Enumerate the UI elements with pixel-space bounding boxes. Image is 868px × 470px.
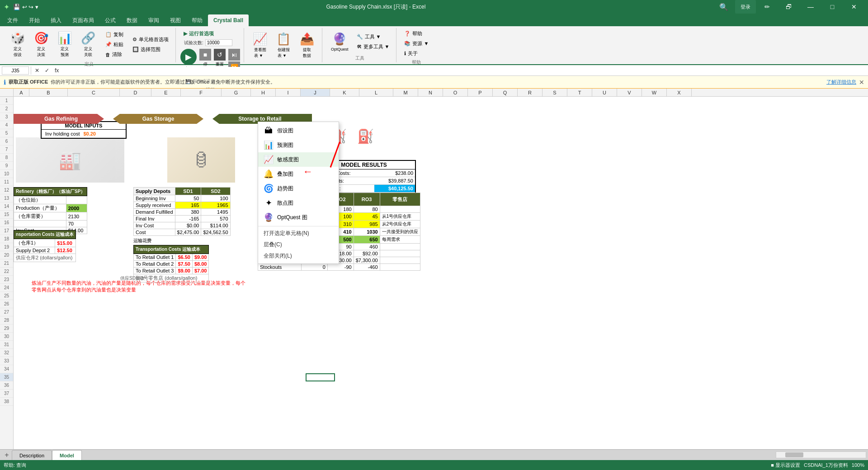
close-all-item[interactable]: 全部关闭(L) — [258, 250, 339, 262]
col-header-f[interactable]: F — [181, 89, 222, 96]
row-32[interactable]: 32 — [0, 349, 13, 357]
row-10[interactable]: 10 — [0, 170, 13, 178]
row-37[interactable]: 37 — [0, 390, 13, 398]
view-chart-btn[interactable]: 📈 查看图表 ▼ — [249, 30, 271, 61]
cascade-item[interactable]: 层叠(C) — [258, 239, 339, 250]
row-6[interactable]: 6 — [0, 137, 13, 146]
col-header-x[interactable]: X — [667, 89, 692, 96]
tab-review[interactable]: 审阅 — [143, 14, 165, 26]
cell-ref-input[interactable] — [2, 66, 29, 75]
tab-description[interactable]: Description — [12, 450, 52, 460]
col-header-i[interactable]: I — [276, 89, 301, 96]
tab-help[interactable]: 帮助 — [186, 14, 208, 26]
copy-btn[interactable]: 📋复制 — [102, 30, 127, 39]
row-21[interactable]: 21 — [0, 259, 13, 268]
hscroll-thumb[interactable] — [785, 452, 803, 457]
quick-access[interactable]: 💾 ↩ ↪ ▾ — [13, 4, 38, 10]
open-selected-cells-item[interactable]: 打开选定单元格(N) — [258, 228, 339, 239]
row-9[interactable]: 9 — [0, 162, 13, 170]
row-8[interactable]: 8 — [0, 154, 13, 162]
row-7[interactable]: 7 — [0, 146, 13, 154]
window-controls[interactable]: 🔍 登录 ✏ 🗗 — □ ✕ — [713, 0, 864, 14]
scatter-chart-item[interactable]: ✦ 散点图 — [258, 196, 339, 210]
row-33[interactable]: 33 — [0, 357, 13, 365]
row-2[interactable]: 2 — [0, 105, 13, 113]
col-header-c[interactable]: C — [68, 89, 120, 96]
col-header-l[interactable]: L — [359, 89, 393, 96]
cell-prefs-btn[interactable]: ⚙单元格首选项 — [129, 35, 172, 44]
col-header-j[interactable]: J — [301, 89, 330, 96]
col-header-s[interactable]: S — [542, 89, 567, 96]
maximize-icon[interactable]: □ — [822, 0, 843, 14]
col-header-g[interactable]: G — [222, 89, 251, 96]
tab-file[interactable]: 文件 — [2, 14, 24, 26]
grid-container[interactable]: Gas Refining Gas Storage Storage to Reta… — [14, 97, 868, 449]
col-header-o[interactable]: O — [443, 89, 468, 96]
row-31[interactable]: 31 — [0, 341, 13, 349]
row-27[interactable]: 27 — [0, 308, 13, 316]
cancel-formula-btn[interactable]: ✕ — [33, 67, 41, 74]
tab-home[interactable]: 开始 — [24, 14, 45, 26]
display-settings-btn[interactable]: ■ 显示器设置 — [771, 462, 800, 469]
search-icon[interactable]: 🔍 — [713, 0, 734, 14]
forecast-chart-item[interactable]: 📊 预测图 — [258, 138, 339, 152]
col-header-p[interactable]: P — [468, 89, 493, 96]
col-header-n[interactable]: N — [418, 89, 443, 96]
optquest-btn[interactable]: 🔮 OptQuest — [327, 30, 353, 54]
pen-icon[interactable]: ✏ — [757, 0, 778, 14]
reset-btn[interactable]: ↺ — [214, 49, 226, 61]
tab-data[interactable]: 数据 — [121, 14, 143, 26]
get-data-btn[interactable]: 📤 提取数据 — [296, 30, 318, 61]
row-23[interactable]: 23 — [0, 276, 13, 284]
trend-chart-item[interactable]: 🌀 趋势图 — [258, 181, 339, 196]
formula-input[interactable] — [62, 67, 866, 74]
row-14[interactable]: 14 — [0, 202, 13, 211]
selected-cell-j35[interactable] — [306, 373, 335, 381]
trial-count-input[interactable] — [205, 39, 232, 46]
row-11[interactable]: 11 — [0, 178, 13, 186]
col-header-m[interactable]: M — [393, 89, 418, 96]
define-forecast-btn[interactable]: 📊 定义预测 — [53, 29, 76, 60]
assumption-chart-item[interactable]: 🏔 假设图 — [258, 124, 339, 138]
hscrollbar[interactable] — [776, 451, 866, 458]
stop-btn[interactable]: ■ — [199, 49, 211, 61]
insert-fn-btn[interactable]: fx — [53, 67, 61, 74]
col-header-v[interactable]: V — [617, 89, 642, 96]
tab-layout[interactable]: 页面布局 — [67, 14, 99, 26]
tab-model[interactable]: Model — [52, 450, 82, 460]
overlay-chart-item[interactable]: 🔔 叠加图 — [258, 167, 339, 181]
row-4[interactable]: 4 — [0, 121, 13, 129]
row-16[interactable]: 16 — [0, 219, 13, 227]
run-options-btn[interactable]: ▶ 运行首选项 — [180, 29, 217, 38]
paste-btn[interactable]: 📌粘贴 — [102, 40, 127, 49]
account-btn[interactable]: 登录 — [735, 0, 756, 14]
add-sheet-btn[interactable]: + — [2, 450, 12, 460]
sensitivity-chart-item[interactable]: 📈 敏感度图 — [258, 152, 339, 167]
row-29[interactable]: 29 — [0, 324, 13, 333]
start-run-btn[interactable]: ▶ — [180, 49, 197, 65]
col-header-t[interactable]: T — [567, 89, 592, 96]
info-close-btn[interactable]: ✕ — [859, 79, 864, 86]
row-22[interactable]: 22 — [0, 268, 13, 276]
tab-insert[interactable]: 插入 — [45, 14, 67, 26]
about-btn[interactable]: ℹ关于 — [401, 49, 432, 58]
select-range-btn[interactable]: 🔲选择范围 — [129, 45, 172, 54]
col-header-r[interactable]: R — [518, 89, 542, 96]
close-icon[interactable]: ✕ — [844, 0, 864, 14]
create-report-btn[interactable]: 📋 创建报表 ▼ — [272, 30, 295, 61]
row-19[interactable]: 19 — [0, 243, 13, 251]
row-5[interactable]: 5 — [0, 129, 13, 137]
tab-formula[interactable]: 公式 — [99, 14, 121, 26]
tab-view[interactable]: 视图 — [165, 14, 186, 26]
row-15[interactable]: 15 — [0, 211, 13, 219]
define-decision-btn[interactable]: 🎯 定义决策 — [30, 29, 52, 60]
restore-icon[interactable]: 🗗 — [778, 0, 799, 14]
col-header-u[interactable]: U — [592, 89, 617, 96]
row-30[interactable]: 30 — [0, 333, 13, 341]
col-header-d[interactable]: D — [120, 89, 151, 96]
col-header-a[interactable]: A — [14, 89, 29, 96]
help-btn[interactable]: ❓帮助 — [401, 29, 432, 38]
tools-btn[interactable]: 🔧工具 ▼ — [354, 32, 393, 42]
col-header-e[interactable]: E — [151, 89, 181, 96]
row-17[interactable]: 17 — [0, 227, 13, 235]
